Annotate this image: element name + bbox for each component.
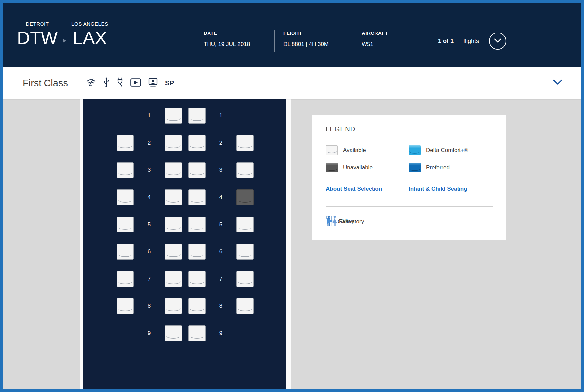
seat-available[interactable] (117, 271, 134, 287)
legend-item-label: Available (343, 147, 366, 154)
page: DETROIT DTW LOS ANGELES LAX DATE THU, 19… (0, 0, 584, 392)
destination-city-name: LOS ANGELES (71, 21, 108, 27)
seat-available[interactable] (236, 162, 254, 178)
row-number: 6 (134, 248, 165, 255)
legend-item: Preferred (409, 163, 493, 172)
row-number: 1 (206, 112, 236, 119)
empty-seat-slot (117, 325, 134, 341)
seat-row: 66 (117, 244, 286, 260)
seat-available[interactable] (188, 108, 206, 124)
infant-child-seating-link[interactable]: Infant & Child Seating (409, 186, 493, 192)
legend-items: AvailableDelta Comfort+®UnavailablePrefe… (326, 145, 493, 172)
flight-pager: 1 of 1 flights (431, 30, 506, 52)
seatback-screen-icon (148, 78, 158, 88)
legend-item-label: Preferred (426, 164, 450, 171)
seat-row: 44 (117, 189, 286, 205)
seat-available[interactable] (165, 244, 182, 260)
preferred-seat-swatch (409, 163, 421, 172)
legend-item: Unavailable (326, 163, 409, 172)
seat-row: 77 (117, 271, 286, 287)
flights-label: flights (463, 38, 479, 45)
about-seat-selection-link[interactable]: About Seat Selection (326, 186, 409, 192)
aircraft-label: AIRCRAFT (362, 30, 431, 36)
seat-available[interactable] (188, 217, 206, 232)
date-label: DATE (204, 30, 274, 36)
seat-map: 112233445566778899 (83, 99, 286, 389)
wifi-icon (86, 78, 96, 88)
flight-count: 1 of 1 (438, 38, 454, 45)
origin-airport-code: DTW (17, 29, 58, 47)
seat-available[interactable] (236, 271, 254, 287)
seat-available[interactable] (165, 298, 182, 314)
seat-available[interactable] (188, 135, 206, 151)
row-number: 6 (206, 248, 236, 255)
row-number: 2 (206, 140, 236, 146)
seat-available[interactable] (165, 325, 182, 341)
seat-available[interactable] (188, 244, 206, 260)
row-number: 5 (134, 221, 165, 228)
seat-available[interactable] (236, 217, 254, 232)
seat-available[interactable] (236, 298, 254, 314)
exit-legend: Exit (326, 215, 348, 228)
origin-city-name: DETROIT (26, 21, 49, 27)
seat-available[interactable] (165, 162, 182, 178)
exit-label: Exit (339, 218, 348, 225)
seat-row: 11 (117, 108, 286, 124)
legend-divider (326, 206, 493, 207)
flights-dropdown-button[interactable] (489, 33, 506, 50)
seat-available[interactable] (188, 162, 206, 178)
legend-item: Delta Comfort+® (409, 145, 493, 155)
seat-available[interactable] (165, 135, 182, 151)
usb-icon (103, 77, 109, 89)
legend-item-label: Unavailable (343, 164, 373, 171)
empty-seat-slot (236, 108, 254, 124)
cabin-bar: First Class (3, 67, 581, 99)
seat-available[interactable] (117, 189, 134, 205)
legend-title: LEGEND (326, 125, 355, 133)
row-number: 3 (206, 167, 236, 173)
chevron-down-icon (494, 38, 501, 44)
legend-item: Available (326, 145, 409, 155)
seat-available[interactable] (236, 244, 254, 260)
power-icon (117, 77, 123, 89)
seat-row: 99 (117, 325, 286, 341)
sp-amenity-label: SP (165, 79, 174, 87)
seat-available[interactable] (165, 271, 182, 287)
amenities: SP (86, 77, 174, 89)
legend-links: About Seat Selection Infant & Child Seat… (326, 186, 493, 192)
aircraft-value: W51 (362, 41, 431, 48)
seat-available[interactable] (188, 189, 206, 205)
seat-available[interactable] (236, 135, 254, 151)
row-number: 1 (134, 112, 165, 119)
seat-available[interactable] (117, 298, 134, 314)
row-number: 8 (206, 303, 236, 309)
row-number: 7 (134, 276, 165, 282)
seat-available[interactable] (188, 298, 206, 314)
empty-seat-slot (117, 108, 134, 124)
row-number: 8 (134, 303, 165, 309)
legend-card: LEGEND AvailableDelta Comfort+®Unavailab… (312, 115, 506, 240)
unavailable-seat-swatch (326, 163, 338, 172)
cabin-collapse-chevron-icon[interactable] (553, 80, 562, 87)
date-value: THU, 19 JUL 2018 (204, 41, 274, 48)
seat-available[interactable] (117, 162, 134, 178)
comfort-seat-swatch (409, 145, 421, 155)
seat-available[interactable] (117, 135, 134, 151)
destination-airport-code: LAX (73, 29, 107, 47)
seat-available[interactable] (165, 189, 182, 205)
destination-city: LOS ANGELES LAX (71, 21, 108, 47)
seat-available[interactable] (188, 325, 206, 341)
seat-row: 33 (117, 162, 286, 178)
seat-available[interactable] (117, 217, 134, 232)
seat-available[interactable] (165, 217, 182, 232)
seat-available[interactable] (188, 271, 206, 287)
route-arrow-icon (63, 39, 66, 43)
seat-available[interactable] (117, 244, 134, 260)
row-number: 9 (134, 330, 165, 337)
seat-row: 55 (117, 217, 286, 232)
row-number: 5 (206, 221, 236, 228)
seat-row: 88 (117, 298, 286, 314)
row-number: 2 (134, 140, 165, 146)
seat-map-left-gutter (80, 99, 83, 389)
seat-available[interactable] (165, 108, 182, 124)
